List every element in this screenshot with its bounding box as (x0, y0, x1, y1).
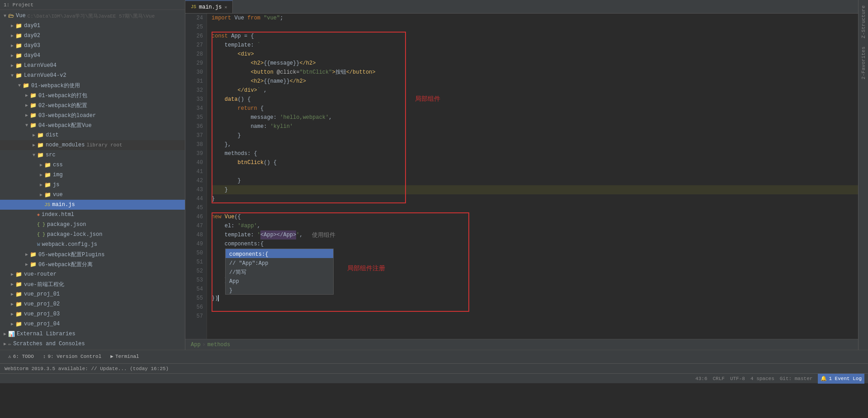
status-line-col[interactable]: 43:6 (695, 376, 707, 381)
expand-arrow: ▼ (2, 14, 8, 19)
tree-item-js[interactable]: ▶ 📁 js (0, 180, 185, 190)
expand-arrow: ▶ (9, 291, 15, 297)
tree-label: main.js (52, 202, 75, 208)
tree-label: vue (53, 192, 63, 198)
editor-area: JS main.js ✕ 24 25 26 27 28 29 30 (185, 0, 858, 350)
tab-label: 9: Version Control (47, 354, 101, 359)
expand-arrow: ▶ (38, 192, 44, 197)
sidebar: 1: Project ▼ 🗁 Vue C:\Data\IDM\Java学习\黑马… (0, 0, 185, 350)
tree-item-01-webpack[interactable]: ▼ 📁 01-webpack的使用 (0, 80, 185, 90)
folder-icon: 📁 (15, 321, 22, 328)
tree-item-day02[interactable]: ▶ 📁 day02 (0, 31, 185, 41)
tree-label: day04 (24, 52, 40, 59)
tree-item-06-split[interactable]: ▶ 📁 06-webpack配置分离 (0, 259, 185, 269)
tree-item-img[interactable]: ▶ 📁 img (0, 170, 185, 180)
library-root-badge: library root (86, 142, 122, 148)
tree-item-day01[interactable]: ▶ 📁 day01 (0, 21, 185, 31)
tree-item-01-pack[interactable]: ▶ 📁 01-webpack的打包 (0, 90, 185, 100)
autocomplete-dropdown[interactable]: components:{ // "App":App //简写 App } (225, 249, 334, 295)
tree-label: js (53, 182, 59, 188)
tree-item-main-js[interactable]: ▶ JS main.js (0, 200, 185, 210)
tab-js-icon: JS (191, 5, 196, 9)
tree-item-vue-proj-01[interactable]: ▶ 📁 vue_proj_01 (0, 289, 185, 299)
git-value: Git: master (780, 376, 813, 381)
tree-item-src[interactable]: ▼ 📁 src (0, 150, 185, 160)
expand-arrow: ▶ (38, 162, 44, 168)
tree-label: package-lock.json (47, 231, 102, 238)
tree-item-05-plugins[interactable]: ▶ 📁 05-webpack配置Plugins (0, 249, 185, 259)
bottom-tab-todo[interactable]: ⚠ 6: TODO (4, 350, 38, 363)
tree-item-vue-root[interactable]: ▼ 🗁 Vue C:\Data\IDM\Java学习\黑马JavaEE 57期\… (0, 11, 185, 21)
lib-icon: 📊 (8, 331, 15, 338)
tree-item-external-libs[interactable]: ▶ 📊 External Libraries (0, 329, 185, 339)
tree-item-css[interactable]: ▶ 📁 css (0, 160, 185, 170)
right-sidebar-tab-favorites[interactable]: 2-Favorites (860, 43, 867, 83)
status-line-ending[interactable]: CRLF (713, 376, 725, 381)
code-line-55: }) (212, 294, 858, 303)
tree-item-vue-folder[interactable]: ▶ 📁 vue (0, 190, 185, 200)
tree-item-04-vue[interactable]: ▼ 📁 04-webpack配置Vue (0, 120, 185, 130)
tree-item-day03[interactable]: ▶ 📁 day03 (0, 41, 185, 51)
folder-icon: 📁 (23, 82, 29, 89)
bottom-tab-terminal[interactable]: ▶ Terminal (106, 350, 143, 363)
tree-label: 02-webpack的配置 (38, 102, 87, 109)
autocomplete-item[interactable]: } (226, 285, 333, 294)
tree-item-webpack-config[interactable]: ▶ W webpack.config.js (0, 240, 185, 249)
folder-icon: 📁 (30, 102, 37, 109)
tab-close-button[interactable]: ✕ (224, 5, 227, 10)
expand-arrow: ▶ (31, 142, 37, 148)
expand-arrow: ▶ (9, 272, 15, 277)
autocomplete-item[interactable]: //简写 (226, 267, 333, 276)
expand-arrow: ▶ (2, 331, 8, 337)
expand-arrow: ▶ (24, 252, 30, 257)
code-line-48: template: '<App></App>', 使用组件 (212, 230, 858, 240)
tree-label: External Libraries (17, 331, 75, 337)
code-line-29: <h2>{{message}}</h2> (212, 59, 858, 68)
code-line-43: } (212, 185, 858, 194)
tree-item-02-config[interactable]: ▶ 📁 02-webpack的配置 (0, 100, 185, 110)
code-line-34: return { (212, 104, 858, 113)
tree-label: day02 (24, 33, 40, 39)
expand-arrow: ▶ (9, 23, 15, 28)
tree-item-vue-proj-03[interactable]: ▶ 📁 vue_proj_03 (0, 309, 185, 319)
tree-item-scratches[interactable]: ▶ ✏ Scratches and Consoles (0, 339, 185, 349)
tree-item-package-lock-json[interactable]: ▶ { } package-lock.json (0, 230, 185, 240)
code-line-44: } (212, 194, 858, 203)
bottom-tab-vcs[interactable]: ↕ 9: Version Control (38, 350, 106, 363)
tree-item-03-loader[interactable]: ▶ 📁 03-webpack的loader (0, 110, 185, 120)
tab-main-js[interactable]: JS main.js ✕ (185, 0, 233, 13)
tree-item-index-html[interactable]: ▶ ◈ index.html (0, 210, 185, 220)
code-line-26: const App = { (212, 32, 858, 41)
right-sidebar-tab-structure[interactable]: Z-Structure (860, 2, 867, 42)
status-indent[interactable]: 4 spaces (750, 376, 774, 381)
tree-item-vue-proj-04[interactable]: ▶ 📁 vue_proj_04 (0, 319, 185, 329)
status-git[interactable]: Git: master (780, 376, 813, 381)
tree-item-node-modules[interactable]: ▶ 📁 node_modules library root (0, 140, 185, 150)
status-charset[interactable]: UTF-8 (730, 376, 745, 381)
code-line-33: data() { (212, 95, 858, 104)
tree-item-vue-router[interactable]: ▶ 📁 vue-router (0, 269, 185, 279)
expand-arrow: ▼ (24, 123, 30, 128)
tree-item-learnvue04-v2[interactable]: ▼ 📁 LearnVue04-v2 (0, 70, 185, 80)
tree-item-vue-proj-02[interactable]: ▶ 📁 vue_proj_02 (0, 299, 185, 309)
folder-icon: 📁 (15, 33, 22, 39)
autocomplete-item[interactable]: App (226, 276, 333, 285)
expand-arrow: ▶ (9, 63, 15, 68)
breadcrumb-methods[interactable]: methods (208, 342, 230, 348)
tree-item-learnvue04[interactable]: ▶ 📁 LearnVue04 (0, 61, 185, 70)
code-line-46: new Vue({ (212, 212, 858, 221)
tree-item-day04[interactable]: ▶ 📁 day04 (0, 51, 185, 61)
autocomplete-item[interactable]: // "App":App (226, 258, 333, 267)
expand-arrow: ▼ (31, 153, 37, 158)
charset-value: UTF-8 (730, 376, 745, 381)
breadcrumb-app[interactable]: App (191, 342, 201, 348)
autocomplete-item[interactable]: components:{ (226, 249, 333, 258)
tab-label: Terminal (115, 354, 139, 359)
tree-item-dist[interactable]: ▶ 📁 dist (0, 130, 185, 140)
code-content[interactable]: import Vue from "vue"; const App = { (207, 14, 858, 339)
tree-item-package-json[interactable]: ▶ { } package.json (0, 220, 185, 230)
code-editor[interactable]: 24 25 26 27 28 29 30 31 32 33 34 35 36 3… (185, 14, 858, 339)
status-notification[interactable]: 🔔 1 Event Log (818, 374, 864, 384)
tree-item-vue-frontend[interactable]: ▶ 📁 vue-前端工程化 (0, 279, 185, 289)
folder-icon: 📁 (15, 72, 22, 79)
